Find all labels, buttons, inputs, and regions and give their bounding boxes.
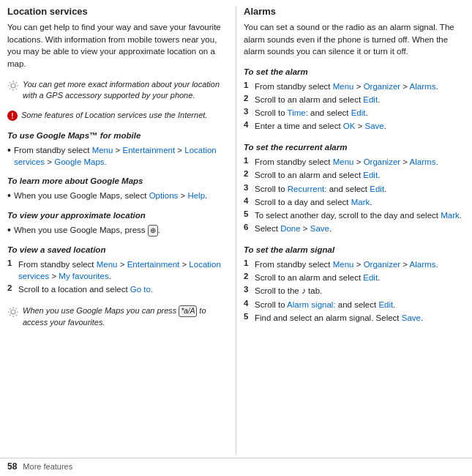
- recurrent-item6: 6 Select Done > Save.: [244, 223, 465, 234]
- alarm-item3: 3 Scroll to Time: and select Edit.: [244, 107, 465, 119]
- recurrent-alarm-title: To set the recurrent alarm: [244, 143, 465, 152]
- recurrent-item4: 4 Scroll to a day and select Mark.: [244, 196, 465, 208]
- location-services-link2: Location services: [18, 260, 221, 280]
- alarm-signal-title: To set the alarm signal: [244, 245, 465, 254]
- google-maps-text: From standby select Menu > Entertainment…: [14, 144, 228, 168]
- entertainment-link: Entertainment: [123, 146, 176, 155]
- signal-item4: 4 Scroll to Alarm signal: and select Edi…: [244, 299, 465, 310]
- fav-key: *a/A: [179, 305, 197, 317]
- left-intro: You can get help to find your way and sa…: [7, 21, 228, 70]
- bullet-icon2: •: [7, 190, 11, 202]
- signal-item2: 2 Scroll to an alarm and select Edit.: [244, 272, 465, 283]
- svg-line-15: [16, 315, 17, 316]
- signal-item3: 3 Scroll to the ♪ tab.: [244, 285, 465, 297]
- alarm-signal-list: 1 From standby select Menu > Organizer >…: [244, 259, 465, 325]
- tip1-box: You can get more exact information about…: [7, 79, 228, 102]
- right-intro: You can set a sound or the radio as an a…: [244, 21, 465, 58]
- footer-text: More features: [23, 462, 72, 471]
- svg-line-6: [16, 88, 17, 89]
- view-saved-item2: 2 Scroll to a location and select Go to.: [7, 283, 228, 295]
- right-column: Alarms You can set a sound or the radio …: [244, 6, 465, 455]
- music-note-icon: ♪: [301, 286, 306, 296]
- recurrent-item5: 5 To select another day, scroll to the d…: [244, 209, 465, 221]
- left-column: Location services You can get help to fi…: [7, 6, 228, 455]
- location-key: ⊕: [148, 225, 158, 237]
- sun-tip-icon2: [7, 306, 19, 318]
- alarm-item1: 1 From standby select Menu > Organizer >…: [244, 81, 465, 92]
- right-title: Alarms: [244, 6, 465, 17]
- help-link: Help: [187, 191, 205, 200]
- tip3-text: When you use Google Maps you can press *…: [23, 305, 228, 328]
- learn-maps-text: When you use Google Maps, select Options…: [14, 190, 207, 201]
- warn-icon: !: [7, 111, 18, 121]
- my-favourites-link: My favourites: [59, 272, 108, 280]
- view-saved-list: 1 From standby select Menu > Entertainme…: [7, 259, 228, 297]
- menu-link1: Menu: [92, 146, 113, 155]
- tip1-text: You can get more exact information about…: [23, 79, 228, 102]
- recurrent-item3: 3 Scroll to Recurrent: and select Edit.: [244, 183, 465, 195]
- svg-line-8: [10, 88, 10, 89]
- tip2-box: ! Some features of Location services use…: [7, 110, 228, 121]
- set-alarm-list: 1 From standby select Menu > Organizer >…: [244, 81, 465, 133]
- left-title: Location services: [7, 6, 228, 17]
- sun-tip-icon: [7, 80, 19, 92]
- svg-point-9: [11, 310, 15, 314]
- recurrent-item2: 2 Scroll to an alarm and select Edit.: [244, 169, 465, 181]
- view-location-text: When you use Google Maps, press ⊕.: [14, 224, 160, 237]
- svg-line-7: [16, 82, 17, 83]
- recurrent-alarm-list: 1 From standby select Menu > Organizer >…: [244, 156, 465, 236]
- column-divider: [236, 6, 236, 455]
- bullet-icon: •: [7, 144, 11, 157]
- alarm-item2: 2 Scroll to an alarm and select Edit.: [244, 94, 465, 105]
- signal-item5: 5 Find and select an alarm signal. Selec…: [244, 312, 465, 324]
- view-location-bullet: • When you use Google Maps, press ⊕.: [7, 224, 228, 237]
- learn-maps-bullet: • When you use Google Maps, select Optio…: [7, 190, 228, 202]
- learn-maps-title: To learn more about Google Maps: [7, 176, 228, 185]
- bullet-icon3: •: [7, 224, 11, 237]
- tip2-text: Some features of Location services use t…: [21, 110, 207, 121]
- google-maps-link: Google Maps: [54, 157, 104, 166]
- alarm-item4: 4 Enter a time and select OK > Save.: [244, 120, 465, 132]
- menu-link2: Menu: [97, 260, 118, 269]
- view-saved-item1: 1 From standby select Menu > Entertainme…: [7, 259, 228, 282]
- svg-line-16: [16, 308, 17, 309]
- svg-line-14: [10, 308, 10, 309]
- svg-line-17: [10, 315, 10, 316]
- options-link: Options: [149, 191, 179, 200]
- recurrent-item1: 1 From standby select Menu > Organizer >…: [244, 156, 465, 168]
- location-services-link: Location services: [14, 146, 217, 166]
- page: Location services You can get help to fi…: [0, 0, 472, 476]
- svg-line-5: [10, 82, 10, 83]
- signal-item1: 1 From standby select Menu > Organizer >…: [244, 259, 465, 270]
- view-saved-title: To view a saved location: [7, 245, 228, 254]
- page-number: 58: [7, 461, 17, 472]
- set-alarm-title: To set the alarm: [244, 67, 465, 76]
- tip3-box: When you use Google Maps you can press *…: [7, 305, 228, 328]
- google-maps-bullet: • From standby select Menu > Entertainme…: [7, 144, 228, 168]
- entertainment-link2: Entertainment: [127, 260, 180, 269]
- page-footer: 58 More features: [0, 458, 472, 476]
- goto-link: Go to: [130, 285, 151, 294]
- svg-point-0: [11, 83, 15, 88]
- google-maps-title: To use Google Maps™ for mobile: [7, 131, 228, 140]
- view-location-title: To view your approximate location: [7, 211, 228, 220]
